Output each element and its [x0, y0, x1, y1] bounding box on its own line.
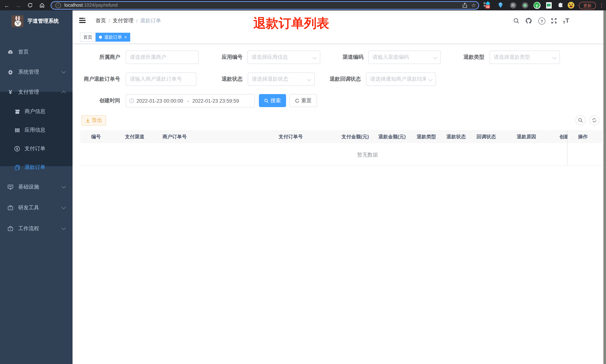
command-extension-icon[interactable]: ⌘	[509, 1, 517, 9]
chevron-down-icon	[62, 205, 66, 209]
hamburger-collapse-icon[interactable]	[79, 17, 86, 23]
emoji-extension-icon[interactable]	[567, 1, 575, 9]
sidebar-item-merchant-info[interactable]: 商户信息	[0, 102, 73, 121]
extension-badge: 10	[486, 5, 490, 9]
share-icon[interactable]	[461, 3, 469, 8]
sidebar-item-workflow[interactable]: 工作流程	[0, 218, 73, 239]
reset-button[interactable]: 重置	[290, 94, 317, 107]
store-icon	[14, 109, 20, 115]
search-button[interactable]: 搜索	[259, 94, 286, 107]
column-header[interactable]: 退款类型	[417, 130, 436, 143]
sidebar-item-payment[interactable]: ¥ 支付管理	[0, 82, 73, 102]
column-header[interactable]: 回调状态	[476, 130, 496, 143]
column-header[interactable]: 支付渠道	[125, 130, 144, 143]
tags-view-bar: 首页 退款订单 ×	[73, 31, 606, 44]
breadcrumb-level1[interactable]: 支付管理	[113, 17, 133, 24]
channel-select[interactable]: 请输入渠道编码	[368, 51, 441, 64]
balloon-extension-icon[interactable]	[496, 1, 504, 9]
window-scrollbar-strip[interactable]	[603, 10, 606, 364]
dashboard-icon	[7, 49, 13, 55]
column-header[interactable]: 编号	[91, 130, 101, 143]
help-icon[interactable]: ?	[538, 17, 545, 25]
briefcase-icon	[7, 205, 13, 211]
dot-extension-icon[interactable]	[521, 1, 529, 9]
header-search-icon[interactable]	[513, 18, 519, 24]
column-header[interactable]: 支付金额(元)	[342, 130, 369, 143]
sidebar-item-dev-tools[interactable]: 研发工具	[0, 197, 73, 218]
filter-label-channel: 渠道编码	[319, 51, 363, 64]
refund-status-select[interactable]: 请选择退款状态	[248, 73, 315, 86]
chevron-down-icon	[62, 226, 66, 230]
filter-label-refund-type: 退款类型	[440, 51, 484, 64]
refund-type-select[interactable]: 请选择退款类型	[489, 51, 560, 64]
breadcrumb-home[interactable]: 首页	[96, 17, 106, 24]
url-path: :1024/pay/refund	[83, 3, 118, 8]
merchant-select[interactable]: 请选择所属商户	[126, 51, 199, 64]
column-header[interactable]: 退款原因	[517, 130, 536, 143]
browser-forward-icon[interactable]: →	[14, 0, 22, 10]
column-header[interactable]: 商户订单号	[163, 130, 187, 143]
grid-icon	[14, 127, 20, 133]
filter-label-create-time: 创建时间	[76, 94, 120, 107]
sidebar-item-app-info[interactable]: 应用信息	[0, 121, 73, 139]
search-button-icon	[264, 98, 269, 103]
y-extension-icon[interactable]: y	[533, 1, 541, 9]
browser-reload-icon[interactable]	[26, 0, 34, 10]
chat-extension-icon[interactable]	[545, 1, 553, 9]
export-button[interactable]: 导出	[81, 115, 106, 126]
browser-update-button[interactable]: 更新	[579, 2, 596, 9]
briefcase-icon	[7, 226, 13, 232]
column-header[interactable]: 退款金额(元)	[378, 130, 406, 143]
app-select[interactable]: 请选择应用信息	[247, 51, 320, 64]
github-icon[interactable]	[525, 17, 532, 24]
filter-label-callback-status: 退款回调状态	[316, 73, 361, 86]
browser-back-icon[interactable]: ←	[3, 0, 11, 10]
tag-refund-order[interactable]: 退款订单 ×	[96, 33, 130, 42]
browser-menu-dots-icon[interactable]: ⋮	[598, 0, 605, 10]
refund-doc-icon	[14, 164, 20, 170]
sidebar-item-label: 基础设施	[18, 184, 39, 190]
browser-url-bar[interactable]: i localhost :1024/pay/refund ☆	[51, 1, 479, 10]
sidebar-item-pay-order[interactable]: 支付订单	[0, 139, 73, 158]
logo-rabbit-image	[12, 15, 24, 27]
tag-close-icon[interactable]: ×	[124, 35, 127, 39]
url-info-icon[interactable]: i	[55, 2, 61, 8]
breadcrumb: 首页 / 支付管理 / 退款订单	[96, 10, 161, 31]
sidebar-item-infrastructure[interactable]: 基础设施	[0, 177, 73, 197]
select-arrow-icon	[433, 55, 437, 60]
puzzle-extensions-icon[interactable]	[556, 1, 565, 9]
refresh-table-button[interactable]	[589, 115, 599, 125]
sidebar-item-home[interactable]: 首页	[0, 42, 73, 62]
clock-icon	[129, 98, 134, 103]
download-icon	[85, 118, 90, 123]
active-tag-dot	[99, 36, 102, 39]
reset-refresh-icon	[295, 98, 299, 103]
breadcrumb-separator: /	[109, 18, 110, 24]
toggle-search-button[interactable]	[576, 115, 586, 125]
filter-label-merchant-refund-no: 商户退款订单号	[72, 73, 120, 86]
pin-extension-icon[interactable]: 10	[483, 1, 491, 9]
select-arrow-icon	[307, 77, 311, 81]
callback-status-select[interactable]: 请选择通知商户退款结果的	[366, 73, 436, 86]
sidebar-item-label: 工作流程	[18, 225, 39, 232]
create-time-range-picker[interactable]: 2022-01-23 00:00:00 - 2022-01-23 23:59:5…	[126, 94, 255, 107]
bookmark-star-icon[interactable]: ☆	[469, 2, 478, 8]
font-size-icon[interactable]: TT	[563, 17, 569, 25]
yen-icon: ¥	[7, 89, 13, 95]
app-logo[interactable]: 芋道管理系统	[0, 10, 73, 32]
column-header-actions[interactable]: 操作	[578, 130, 588, 143]
empty-data-text: 暂无数据	[357, 152, 378, 158]
merchant-refund-no-input[interactable]: 请输入商户退款订单号	[126, 73, 197, 86]
sidebar-item-label: 商户信息	[25, 108, 45, 115]
sidebar-item-system[interactable]: 系统管理	[0, 62, 73, 82]
breadcrumb-separator: /	[136, 18, 138, 24]
filter-label-app: 应用编号	[198, 51, 243, 64]
date-end-value: 2022-01-23 23:59:59	[192, 98, 241, 104]
column-header[interactable]: 支付订单号	[279, 130, 303, 143]
fullscreen-icon[interactable]	[551, 18, 557, 24]
sidebar-item-refund-order[interactable]: 退款订单	[0, 158, 73, 177]
column-header[interactable]: 退款状态	[447, 130, 466, 143]
browser-home-icon[interactable]	[38, 0, 46, 10]
column-header-clipped[interactable]: 创建时间	[559, 130, 567, 143]
tag-home[interactable]: 首页	[80, 33, 96, 42]
